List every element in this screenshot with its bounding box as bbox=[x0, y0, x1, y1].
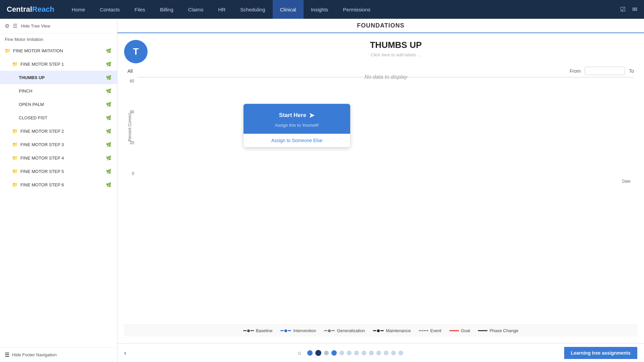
legend-goal-label: Goal bbox=[461, 328, 470, 333]
nav-right: ☑ ✉ bbox=[620, 6, 637, 13]
sidebar-item-label: FINE MOTOR STEP 5 bbox=[20, 169, 105, 174]
pagination-dot-11[interactable] bbox=[384, 351, 388, 355]
start-here-button[interactable]: Start Here ➤ Assign this to Yourself! bbox=[244, 104, 350, 134]
back-arrow-button[interactable]: ‹ bbox=[124, 349, 126, 357]
sidebar-item-label: OPEN PALM bbox=[19, 102, 105, 107]
chart-top-row: T THUMBS UP Click here to add labels ... bbox=[124, 40, 637, 63]
legend-intervention-label: Intervention bbox=[293, 328, 316, 333]
x-axis-label: Date bbox=[127, 179, 634, 184]
tree-assign-icon[interactable]: 🌿 bbox=[105, 168, 112, 175]
legend-generalization: Generalization bbox=[324, 328, 365, 333]
pagination-dot-2[interactable] bbox=[315, 350, 321, 356]
assign-someone-else-link[interactable]: Assign to Someone Else bbox=[244, 134, 350, 147]
filter-from-input[interactable] bbox=[585, 67, 625, 75]
nav-insights[interactable]: Insights bbox=[304, 0, 336, 19]
filter-all-label[interactable]: All bbox=[127, 68, 133, 74]
start-here-label: Start Here bbox=[279, 112, 306, 119]
chart-section: Start Here ➤ Assign this to Yourself! As… bbox=[117, 33, 644, 343]
y-tick-40: 40 bbox=[124, 110, 134, 114]
filter-from-label: From bbox=[570, 68, 581, 74]
tree-assign-icon[interactable]: 🌿 bbox=[105, 154, 112, 162]
sidebar: ⚙ ☰ Hide Tree View Fine Motor Imitation … bbox=[0, 19, 117, 362]
legend-maintenance-label: Maintenance bbox=[386, 328, 411, 333]
sidebar-item-fine-motor-step6[interactable]: 📁 FINE MOTOR STEP 6 🌿 bbox=[0, 178, 117, 191]
pagination-dot-1[interactable] bbox=[307, 350, 313, 356]
tree-assign-icon[interactable]: 🌿 bbox=[105, 181, 112, 188]
list-icon[interactable]: ☰ bbox=[13, 23, 17, 29]
nav-claims[interactable]: Claims bbox=[181, 0, 211, 19]
content-area: FOUNDATIONS Start Here ➤ Assign this to … bbox=[117, 19, 644, 362]
pagination-dots: ⌂ bbox=[137, 348, 561, 358]
settings-icon[interactable]: ⚙ bbox=[5, 23, 9, 29]
sidebar-item-fine-motor-step4[interactable]: 📁 FINE MOTOR STEP 4 🌿 bbox=[0, 151, 117, 165]
logo[interactable]: Central Reach bbox=[7, 5, 54, 14]
tree-assign-icon[interactable]: 🌿 bbox=[105, 101, 112, 108]
legend-generalization-label: Generalization bbox=[337, 328, 365, 333]
nav-hr[interactable]: HR bbox=[211, 0, 233, 19]
legend-event: Event bbox=[419, 328, 441, 333]
nav-contacts[interactable]: Contacts bbox=[93, 0, 127, 19]
pagination-dot-8[interactable] bbox=[362, 351, 366, 355]
chart-container: Percent Correct 60 40 20 0 No data to di… bbox=[124, 77, 637, 324]
assign-yourself-label: Assign this to Yourself! bbox=[275, 123, 319, 128]
folder-icon: 📁 bbox=[12, 182, 18, 187]
pagination-dot-13[interactable] bbox=[398, 351, 403, 355]
sidebar-item-fine-motor-step2[interactable]: 📁 FINE MOTOR STEP 2 🌿 bbox=[0, 124, 117, 138]
tree-assign-icon[interactable]: 🌿 bbox=[105, 47, 112, 54]
legend-goal: Goal bbox=[449, 328, 470, 333]
legend-maintenance: Maintenance bbox=[373, 328, 411, 333]
sidebar-item-fine-motor-step3[interactable]: 📁 FINE MOTOR STEP 3 🌿 bbox=[0, 138, 117, 151]
sidebar-item-label: CLOSED FIST bbox=[19, 115, 105, 120]
tree-assign-icon[interactable]: 🌿 bbox=[105, 114, 112, 121]
pagination-dot-12[interactable] bbox=[391, 351, 396, 355]
pagination-dot-7[interactable] bbox=[354, 351, 359, 355]
learning-tree-assignments-button[interactable]: Learning tree assignments bbox=[564, 347, 637, 359]
sidebar-item-fine-motor-step1[interactable]: 📁 FINE MOTOR STEP 1 🌿 bbox=[0, 57, 117, 71]
sidebar-item-pinch[interactable]: PINCH 🌿 bbox=[0, 84, 117, 98]
y-tick-20: 20 bbox=[124, 140, 134, 145]
legend-phase-change-label: Phase Change bbox=[489, 328, 518, 333]
logo-reach: Reach bbox=[32, 5, 54, 14]
labels-placeholder[interactable]: Click here to add labels ... bbox=[154, 52, 637, 57]
nav-home[interactable]: Home bbox=[64, 0, 93, 19]
nav-billing[interactable]: Billing bbox=[153, 0, 181, 19]
pagination-dot-6[interactable] bbox=[347, 351, 352, 355]
tree-assign-icon[interactable]: 🌿 bbox=[105, 127, 112, 135]
pagination-dot-3[interactable] bbox=[324, 351, 329, 355]
bottom-bar: ‹ ⌂ Learning tree assignments bbox=[117, 343, 644, 362]
list-icon: ☰ bbox=[5, 352, 9, 358]
no-data-text: No data to display bbox=[364, 74, 407, 80]
sidebar-item-thumbs-up[interactable]: THUMBS UP 🌿 bbox=[0, 71, 117, 84]
pagination-dot-5[interactable] bbox=[339, 351, 344, 355]
sidebar-item-fine-motor-step5[interactable]: 📁 FINE MOTOR STEP 5 🌿 bbox=[0, 165, 117, 178]
nav-clinical[interactable]: Clinical bbox=[273, 0, 304, 19]
folder-icon: 📁 bbox=[12, 155, 18, 161]
legend-intervention: Intervention bbox=[280, 328, 316, 333]
checklist-icon[interactable]: ☑ bbox=[620, 6, 626, 13]
sidebar-item-open-palm[interactable]: OPEN PALM 🌿 bbox=[0, 98, 117, 111]
tree-assign-icon[interactable]: 🌿 bbox=[105, 60, 112, 68]
nav-permissions[interactable]: Permissions bbox=[336, 0, 378, 19]
nav-scheduling[interactable]: Scheduling bbox=[233, 0, 272, 19]
hide-footer-nav-button[interactable]: ☰ Hide Footer Navigation bbox=[0, 347, 117, 362]
home-icon-button[interactable]: ⌂ bbox=[294, 348, 305, 358]
nav-files[interactable]: Files bbox=[127, 0, 153, 19]
chart-header-info: THUMBS UP Click here to add labels ... bbox=[154, 40, 637, 57]
sidebar-item-label: THUMBS UP bbox=[19, 75, 105, 80]
sidebar-toolbar: ⚙ ☰ Hide Tree View bbox=[0, 19, 117, 34]
logo-central: Central bbox=[7, 5, 32, 14]
hide-tree-view-button[interactable]: Hide Tree View bbox=[21, 23, 50, 28]
sidebar-item-closed-fist[interactable]: CLOSED FIST 🌿 bbox=[0, 111, 117, 124]
avatar: T bbox=[124, 40, 148, 63]
tree-assign-icon[interactable]: 🌿 bbox=[105, 74, 112, 81]
chart-legend: Baseline Intervention bbox=[124, 324, 637, 337]
tree-assign-icon[interactable]: 🌿 bbox=[105, 87, 112, 95]
pagination-dot-10[interactable] bbox=[376, 351, 381, 355]
sidebar-item-fine-motor-imitation[interactable]: 📁 FINE MOTOR IMITATION 🌿 bbox=[0, 44, 117, 57]
pagination-dot-9[interactable] bbox=[369, 351, 374, 355]
tree-assign-icon[interactable]: 🌿 bbox=[105, 141, 112, 148]
pagination-dot-4[interactable] bbox=[331, 350, 337, 356]
sidebar-item-label: FINE MOTOR STEP 4 bbox=[20, 156, 105, 161]
nav-items: Home Contacts Files Billing Claims HR Sc… bbox=[64, 0, 620, 19]
mail-icon[interactable]: ✉ bbox=[632, 6, 637, 13]
